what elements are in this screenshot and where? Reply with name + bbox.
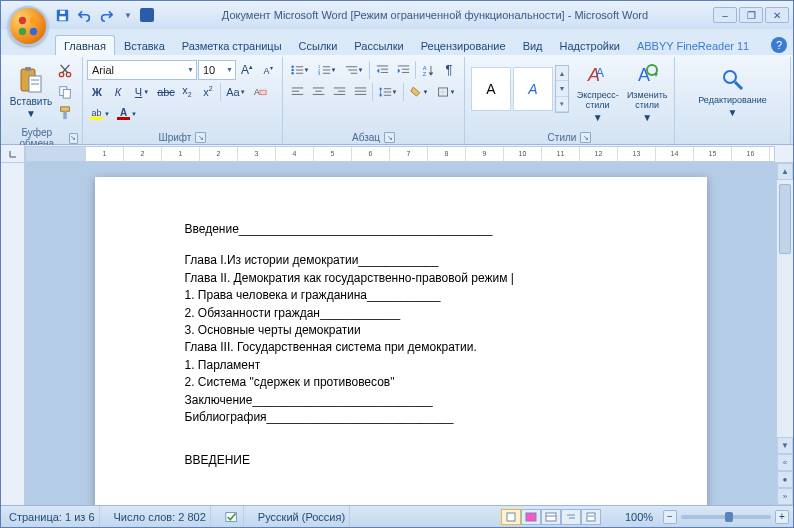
shrink-font-button[interactable]: A▾ bbox=[258, 60, 278, 80]
prev-page-button[interactable]: « bbox=[777, 454, 793, 471]
copy-button[interactable] bbox=[55, 82, 75, 102]
numbering-button[interactable]: 123▼ bbox=[314, 60, 340, 80]
multilevel-list-button[interactable]: ▼ bbox=[341, 60, 367, 80]
format-painter-button[interactable] bbox=[55, 103, 75, 123]
justify-button[interactable] bbox=[350, 82, 370, 102]
font-family-combo[interactable]: Arial▼ bbox=[87, 60, 197, 80]
document-line[interactable]: Введение________________________________… bbox=[185, 221, 617, 238]
view-web-layout[interactable] bbox=[541, 509, 561, 525]
paste-button[interactable]: Вставить ▼ bbox=[9, 59, 53, 125]
document-line[interactable]: Заключение___________________________ bbox=[185, 392, 617, 409]
editing-button[interactable]: Редактирование▼ bbox=[688, 59, 778, 125]
document-page[interactable]: Введение________________________________… bbox=[95, 177, 707, 505]
clear-formatting-button[interactable]: A bbox=[250, 82, 270, 102]
horizontal-ruler[interactable]: 1212345678910111213141516 bbox=[25, 146, 775, 162]
quick-styles-button[interactable]: AA Экспресс-стили▼ bbox=[573, 59, 622, 125]
document-line[interactable]: 3. Основные черты демократии bbox=[185, 322, 617, 339]
superscript-button[interactable]: x2 bbox=[198, 82, 218, 102]
style-thumb-normal[interactable]: A bbox=[471, 67, 511, 111]
document-line[interactable] bbox=[185, 426, 617, 440]
strikethrough-button[interactable]: abc bbox=[156, 82, 176, 102]
tab-insert[interactable]: Вставка bbox=[116, 36, 173, 55]
change-case-button[interactable]: Aa▼ bbox=[223, 82, 249, 102]
tab-abbyy[interactable]: ABBYY FineReader 11 bbox=[629, 36, 757, 55]
scroll-down-button[interactable]: ▼ bbox=[777, 437, 793, 454]
document-line[interactable]: 1. Парламент bbox=[185, 357, 617, 374]
styles-gallery-scroll[interactable]: ▲▼▾ bbox=[555, 65, 569, 113]
zoom-in-button[interactable]: + bbox=[775, 510, 789, 524]
close-button[interactable]: ✕ bbox=[765, 7, 789, 23]
help-button[interactable]: ? bbox=[771, 37, 787, 53]
qat-customize-button[interactable]: ▼ bbox=[119, 6, 137, 24]
align-left-button[interactable] bbox=[287, 82, 307, 102]
document-line[interactable]: 1. Права человека и гражданина__________… bbox=[185, 287, 617, 304]
font-dialog-launcher[interactable]: ↘ bbox=[195, 132, 206, 143]
scroll-up-button[interactable]: ▲ bbox=[777, 163, 793, 180]
bullets-button[interactable]: ▼ bbox=[287, 60, 313, 80]
font-color-button[interactable]: A▼ bbox=[114, 104, 140, 124]
document-line[interactable]: Библиография____________________________ bbox=[185, 409, 617, 426]
tab-review[interactable]: Рецензирование bbox=[413, 36, 514, 55]
document-line[interactable] bbox=[185, 238, 617, 252]
document-line[interactable]: Глава III. Государственная система при д… bbox=[185, 339, 617, 356]
zoom-slider[interactable] bbox=[681, 515, 771, 519]
underline-button[interactable]: Ч▼ bbox=[129, 82, 155, 102]
document-line[interactable]: Глава I.Из истории демократии___________… bbox=[185, 252, 617, 269]
show-marks-button[interactable]: ¶ bbox=[439, 60, 459, 80]
qat-save-button[interactable] bbox=[53, 6, 71, 24]
italic-button[interactable]: К bbox=[108, 82, 128, 102]
maximize-button[interactable]: ❐ bbox=[739, 7, 763, 23]
font-size-combo[interactable]: 10▼ bbox=[198, 60, 236, 80]
tab-home[interactable]: Главная bbox=[55, 35, 115, 55]
vertical-ruler[interactable] bbox=[1, 163, 25, 505]
document-line[interactable]: Глава II. Демократия как государственно-… bbox=[185, 270, 617, 287]
cut-button[interactable] bbox=[55, 61, 75, 81]
status-spellcheck[interactable] bbox=[221, 506, 244, 527]
view-outline[interactable] bbox=[561, 509, 581, 525]
tab-references[interactable]: Ссылки bbox=[291, 36, 346, 55]
tab-selector[interactable] bbox=[1, 145, 25, 163]
sort-button[interactable]: AZ bbox=[418, 60, 438, 80]
change-styles-button[interactable]: A Изменить стили▼ bbox=[624, 59, 670, 125]
zoom-slider-thumb[interactable] bbox=[725, 512, 733, 522]
grow-font-button[interactable]: A▴ bbox=[237, 60, 257, 80]
view-print-layout[interactable] bbox=[501, 509, 521, 525]
document-line[interactable]: ВВЕДЕНИЕ bbox=[185, 452, 617, 469]
tab-view[interactable]: Вид bbox=[515, 36, 551, 55]
status-word-count[interactable]: Число слов: 2 802 bbox=[110, 506, 211, 527]
decrease-indent-button[interactable] bbox=[372, 60, 392, 80]
tab-addins[interactable]: Надстройки bbox=[552, 36, 628, 55]
highlight-color-button[interactable]: ab▼ bbox=[87, 104, 113, 124]
borders-button[interactable]: ▼ bbox=[433, 82, 459, 102]
style-thumb-heading[interactable]: A bbox=[513, 67, 553, 111]
scrollbar-track[interactable] bbox=[777, 180, 793, 437]
shading-button[interactable]: ▼ bbox=[406, 82, 432, 102]
styles-dialog-launcher[interactable]: ↘ bbox=[580, 132, 591, 143]
document-line[interactable]: 2. Обязанности граждан____________ bbox=[185, 305, 617, 322]
increase-indent-button[interactable] bbox=[393, 60, 413, 80]
paragraph-dialog-launcher[interactable]: ↘ bbox=[384, 132, 395, 143]
tab-page-layout[interactable]: Разметка страницы bbox=[174, 36, 290, 55]
zoom-percent[interactable]: 100% bbox=[619, 511, 659, 523]
next-page-button[interactable]: » bbox=[777, 488, 793, 505]
status-language[interactable]: Русский (Россия) bbox=[254, 506, 350, 527]
bold-button[interactable]: Ж bbox=[87, 82, 107, 102]
align-right-button[interactable] bbox=[329, 82, 349, 102]
clipboard-dialog-launcher[interactable]: ↘ bbox=[69, 133, 78, 144]
tab-mailings[interactable]: Рассылки bbox=[346, 36, 411, 55]
view-full-screen[interactable] bbox=[521, 509, 541, 525]
view-draft[interactable] bbox=[581, 509, 601, 525]
scrollbar-thumb[interactable] bbox=[779, 184, 791, 254]
subscript-button[interactable]: x2 bbox=[177, 82, 197, 102]
align-center-button[interactable] bbox=[308, 82, 328, 102]
line-spacing-button[interactable]: ▼ bbox=[375, 82, 401, 102]
office-button[interactable] bbox=[8, 6, 48, 46]
status-page[interactable]: Страница: 1 из 6 bbox=[5, 506, 100, 527]
qat-undo-button[interactable] bbox=[75, 6, 93, 24]
vertical-scrollbar[interactable]: ▲ ▼ « ● » bbox=[776, 163, 793, 505]
minimize-button[interactable]: – bbox=[713, 7, 737, 23]
document-line[interactable]: 2. Система "сдержек и противовесов" bbox=[185, 374, 617, 391]
qat-redo-button[interactable] bbox=[97, 6, 115, 24]
page-viewport[interactable]: Введение________________________________… bbox=[25, 163, 776, 505]
zoom-out-button[interactable]: − bbox=[663, 510, 677, 524]
